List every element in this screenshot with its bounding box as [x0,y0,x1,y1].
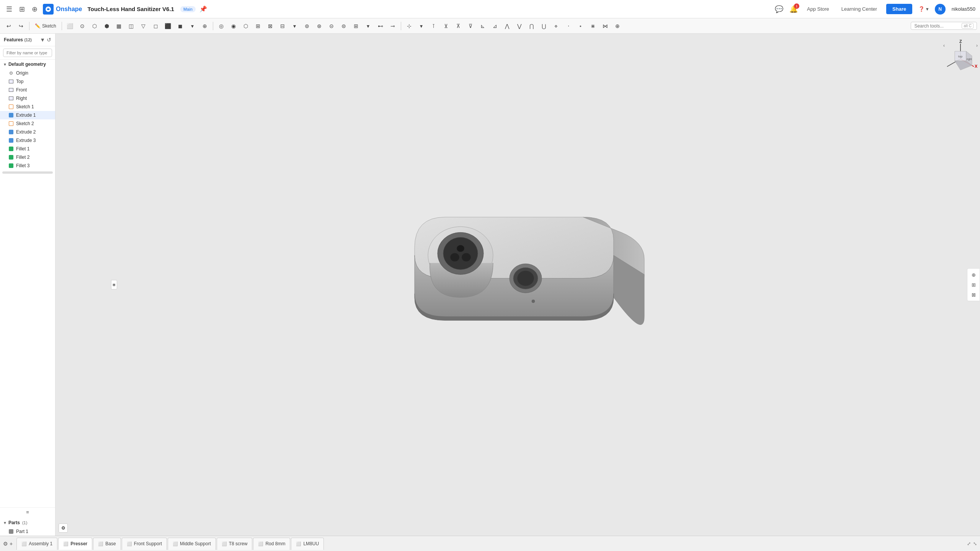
extrude1-item[interactable]: Extrude 1 [0,111,55,119]
toolbar-btn-13[interactable]: ◉ [228,20,239,32]
toolbar-btn-16[interactable]: ⊠ [265,20,276,32]
tab-presser[interactable]: ⬜ Presser [58,538,92,550]
pin-icon[interactable]: 📌 [199,5,207,13]
toolbar-btn-29[interactable]: ⊽ [465,20,476,32]
grid-icon[interactable]: ⊞ [18,3,26,15]
toolbar-btn-36[interactable]: ⋄ [550,20,562,32]
redo-button[interactable]: ↪ [15,20,27,32]
toolbar-btn-8[interactable]: ◻ [150,20,162,32]
search-tools[interactable]: alt C [911,22,977,30]
app-store-button[interactable]: App Store [804,5,832,13]
extrude2-item[interactable]: Extrude 2 [0,128,55,136]
tab-front-support[interactable]: ⬜ Front Support [122,538,167,550]
toolbar-btn-7[interactable]: ▽ [138,20,149,32]
notification-icon[interactable]: 🔔1 [789,5,798,13]
toolbar-btn-27[interactable]: ⊻ [440,20,452,32]
collapse-panel-button[interactable]: ≡ [0,507,55,517]
help-button[interactable]: ❓ ▾ [918,6,929,12]
fillet1-item[interactable]: Fillet 1 [0,145,55,153]
share-button[interactable]: Share [886,4,912,14]
user-avatar[interactable]: N [935,4,946,15]
toolbar-btn-40[interactable]: ⋈ [599,20,611,32]
toolbar-btn-34[interactable]: ⋂ [526,20,537,32]
toolbar-btn-31[interactable]: ⊿ [489,20,501,32]
top-plane-item[interactable]: Top [0,77,55,86]
logo[interactable]: Onshape [43,4,82,15]
toolbar-btn-28[interactable]: ⊼ [452,20,464,32]
toolbar-btn-14[interactable]: ⬡ [240,20,252,32]
search-tools-input[interactable] [914,23,960,29]
toolbar-btn-dropdown-2[interactable]: ▾ [289,20,301,32]
toolbar-btn-30[interactable]: ⊾ [477,20,488,32]
sidebar-scrollbar[interactable] [2,171,53,174]
toolbar-btn-24[interactable]: ⊸ [387,20,399,32]
parts-section-header[interactable]: ▼ Parts (1) [0,518,55,527]
toolbar-btn-19[interactable]: ⊛ [314,20,325,32]
toolbar-btn-23[interactable]: ⊷ [375,20,386,32]
toolbar-btn-26[interactable]: ⊺ [428,20,439,32]
undo-button[interactable]: ↩ [3,20,15,32]
view-cube[interactable]: Z X top right › ‹ [943,40,974,70]
toolbar-btn-1[interactable]: ⬜ [64,20,76,32]
toolbar-btn-5[interactable]: ▦ [113,20,125,32]
toolbar-btn-39[interactable]: ⋇ [587,20,599,32]
fillet3-item[interactable]: Fillet 3 [0,161,55,170]
toolbar-btn-dropdown[interactable]: ▾ [187,20,198,32]
chat-icon[interactable]: 💬 [775,5,783,13]
front-plane-item[interactable]: Front [0,86,55,94]
hamburger-menu-icon[interactable]: ☰ [5,3,14,15]
origin-item[interactable]: Origin [0,69,55,77]
toolbar-btn-17[interactable]: ⊟ [277,20,288,32]
bottom-collapse-icon[interactable]: ⤡ [973,541,977,546]
part1-item[interactable]: Part 1 [0,527,55,536]
tab-t8-screw[interactable]: ⬜ T8 screw [217,538,253,550]
view-arrow-left[interactable]: ‹ [943,43,945,48]
right-panel-btn-1[interactable]: ⊕ [969,270,978,279]
sketch2-item[interactable]: Sketch 2 [0,119,55,128]
tab-base[interactable]: ⬜ Base [93,538,121,550]
toolbar-btn-21[interactable]: ⊜ [338,20,350,32]
tab-assembly1[interactable]: ⬜ Assembly 1 [16,538,57,550]
bottom-settings-icon[interactable]: ⚙ [3,541,8,547]
toolbar-btn-2[interactable]: ⊙ [77,20,88,32]
bottom-expand-icon[interactable]: ⤢ [967,541,971,546]
toolbar-btn-9[interactable]: ⬛ [162,20,174,32]
learning-center-button[interactable]: Learning Center [838,5,880,13]
sidebar-filter-icon[interactable]: ▼ [40,37,45,43]
user-name[interactable]: nikolas550 [952,6,975,12]
default-geometry-header[interactable]: ▼ Default geometry [0,60,55,69]
toolbar-btn-10[interactable]: ◼ [175,20,186,32]
view-arrow-right[interactable]: › [976,43,978,48]
toolbar-btn-41[interactable]: ⊕ [612,20,623,32]
sketch-button[interactable]: ✏️ Sketch [32,22,59,30]
sketch1-item[interactable]: Sketch 1 [0,103,55,111]
right-plane-item[interactable]: Right [0,94,55,103]
expand-sidebar-button[interactable]: ≡ [111,280,117,290]
add-document-icon[interactable]: ⊕ [30,3,39,15]
viewport-settings-button[interactable]: ⚙ [59,523,68,533]
right-panel-btn-2[interactable]: ⊞ [969,280,978,289]
toolbar-btn-20[interactable]: ⊝ [326,20,337,32]
right-panel-btn-3[interactable]: ⊠ [969,290,978,299]
tab-middle-support[interactable]: ⬜ Middle Support [168,538,216,550]
toolbar-btn-dropdown-3[interactable]: ▾ [363,20,374,32]
toolbar-btn-25[interactable]: ⊹ [403,20,415,32]
toolbar-btn-6[interactable]: ◫ [126,20,137,32]
bottom-add-icon[interactable]: + [10,541,13,547]
toolbar-btn-12[interactable]: ◎ [216,20,227,32]
tab-rod-8mm[interactable]: ⬜ Rod 8mm [253,538,290,550]
toolbar-btn-15[interactable]: ⊞ [252,20,264,32]
toolbar-btn-32[interactable]: ⋀ [501,20,513,32]
toolbar-btn-38[interactable]: ⋆ [575,20,586,32]
fillet2-item[interactable]: Fillet 2 [0,153,55,161]
toolbar-btn-dropdown-4[interactable]: ▾ [416,20,427,32]
toolbar-btn-11[interactable]: ⊕ [199,20,211,32]
toolbar-btn-18[interactable]: ⊚ [301,20,313,32]
filter-input[interactable] [3,49,52,57]
toolbar-btn-37[interactable]: ⋅ [563,20,574,32]
toolbar-btn-3[interactable]: ⬡ [89,20,100,32]
extrude3-item[interactable]: Extrude 3 [0,136,55,145]
toolbar-btn-35[interactable]: ⋃ [538,20,550,32]
sidebar-refresh-icon[interactable]: ↺ [47,37,51,43]
tab-lm8uu[interactable]: ⬜ LM8UU [291,538,324,550]
